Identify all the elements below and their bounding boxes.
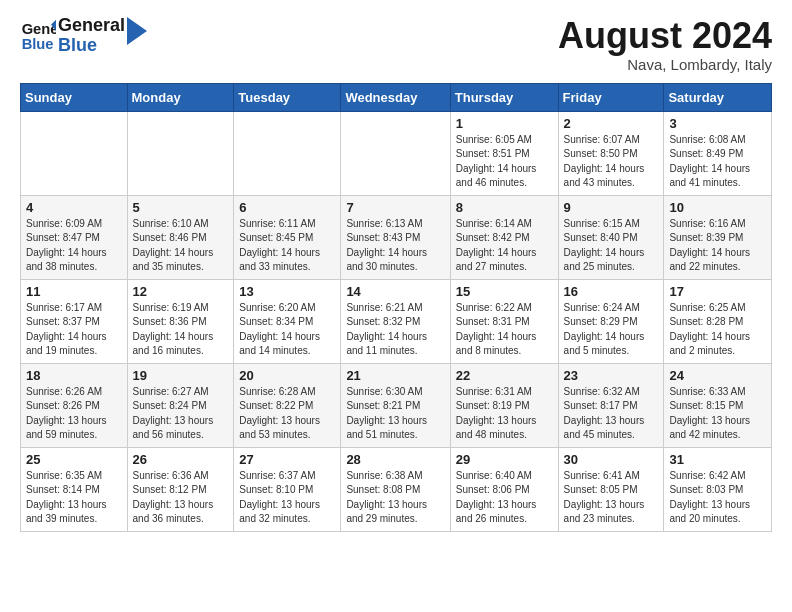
day-number: 16 [564, 284, 659, 299]
day-number: 3 [669, 116, 766, 131]
calendar-cell: 16Sunrise: 6:24 AM Sunset: 8:29 PM Dayli… [558, 279, 664, 363]
day-number: 20 [239, 368, 335, 383]
calendar-week-4: 18Sunrise: 6:26 AM Sunset: 8:26 PM Dayli… [21, 363, 772, 447]
day-info: Sunrise: 6:42 AM Sunset: 8:03 PM Dayligh… [669, 469, 766, 527]
calendar-cell: 23Sunrise: 6:32 AM Sunset: 8:17 PM Dayli… [558, 363, 664, 447]
calendar-cell [21, 111, 128, 195]
calendar-cell: 1Sunrise: 6:05 AM Sunset: 8:51 PM Daylig… [450, 111, 558, 195]
calendar-cell [234, 111, 341, 195]
day-number: 23 [564, 368, 659, 383]
day-number: 26 [133, 452, 229, 467]
page: General Blue General Blue August 2024 Na… [0, 0, 792, 548]
day-info: Sunrise: 6:14 AM Sunset: 8:42 PM Dayligh… [456, 217, 553, 275]
location: Nava, Lombardy, Italy [558, 56, 772, 73]
day-info: Sunrise: 6:30 AM Sunset: 8:21 PM Dayligh… [346, 385, 444, 443]
weekday-header-wednesday: Wednesday [341, 83, 450, 111]
calendar-cell [127, 111, 234, 195]
day-info: Sunrise: 6:20 AM Sunset: 8:34 PM Dayligh… [239, 301, 335, 359]
day-number: 24 [669, 368, 766, 383]
day-info: Sunrise: 6:09 AM Sunset: 8:47 PM Dayligh… [26, 217, 122, 275]
calendar-cell: 28Sunrise: 6:38 AM Sunset: 8:08 PM Dayli… [341, 447, 450, 531]
day-info: Sunrise: 6:16 AM Sunset: 8:39 PM Dayligh… [669, 217, 766, 275]
day-info: Sunrise: 6:26 AM Sunset: 8:26 PM Dayligh… [26, 385, 122, 443]
calendar-cell: 30Sunrise: 6:41 AM Sunset: 8:05 PM Dayli… [558, 447, 664, 531]
calendar-table: SundayMondayTuesdayWednesdayThursdayFrid… [20, 83, 772, 532]
header: General Blue General Blue August 2024 Na… [20, 16, 772, 73]
calendar-cell: 26Sunrise: 6:36 AM Sunset: 8:12 PM Dayli… [127, 447, 234, 531]
calendar-cell: 11Sunrise: 6:17 AM Sunset: 8:37 PM Dayli… [21, 279, 128, 363]
day-info: Sunrise: 6:40 AM Sunset: 8:06 PM Dayligh… [456, 469, 553, 527]
day-number: 22 [456, 368, 553, 383]
day-number: 12 [133, 284, 229, 299]
day-info: Sunrise: 6:41 AM Sunset: 8:05 PM Dayligh… [564, 469, 659, 527]
calendar-cell: 3Sunrise: 6:08 AM Sunset: 8:49 PM Daylig… [664, 111, 772, 195]
day-info: Sunrise: 6:24 AM Sunset: 8:29 PM Dayligh… [564, 301, 659, 359]
calendar-cell: 14Sunrise: 6:21 AM Sunset: 8:32 PM Dayli… [341, 279, 450, 363]
logo-blue: Blue [58, 36, 125, 56]
day-info: Sunrise: 6:13 AM Sunset: 8:43 PM Dayligh… [346, 217, 444, 275]
day-info: Sunrise: 6:11 AM Sunset: 8:45 PM Dayligh… [239, 217, 335, 275]
calendar-cell: 27Sunrise: 6:37 AM Sunset: 8:10 PM Dayli… [234, 447, 341, 531]
day-number: 5 [133, 200, 229, 215]
day-number: 13 [239, 284, 335, 299]
day-info: Sunrise: 6:17 AM Sunset: 8:37 PM Dayligh… [26, 301, 122, 359]
calendar-week-2: 4Sunrise: 6:09 AM Sunset: 8:47 PM Daylig… [21, 195, 772, 279]
day-number: 28 [346, 452, 444, 467]
day-info: Sunrise: 6:33 AM Sunset: 8:15 PM Dayligh… [669, 385, 766, 443]
calendar-cell: 4Sunrise: 6:09 AM Sunset: 8:47 PM Daylig… [21, 195, 128, 279]
month-title: August 2024 [558, 16, 772, 56]
day-number: 6 [239, 200, 335, 215]
calendar-cell: 2Sunrise: 6:07 AM Sunset: 8:50 PM Daylig… [558, 111, 664, 195]
logo: General Blue General Blue [20, 16, 147, 56]
day-info: Sunrise: 6:15 AM Sunset: 8:40 PM Dayligh… [564, 217, 659, 275]
calendar-cell: 15Sunrise: 6:22 AM Sunset: 8:31 PM Dayli… [450, 279, 558, 363]
day-number: 25 [26, 452, 122, 467]
day-number: 10 [669, 200, 766, 215]
calendar-cell: 9Sunrise: 6:15 AM Sunset: 8:40 PM Daylig… [558, 195, 664, 279]
day-number: 17 [669, 284, 766, 299]
calendar-cell: 12Sunrise: 6:19 AM Sunset: 8:36 PM Dayli… [127, 279, 234, 363]
calendar-cell: 20Sunrise: 6:28 AM Sunset: 8:22 PM Dayli… [234, 363, 341, 447]
weekday-header-sunday: Sunday [21, 83, 128, 111]
calendar-week-5: 25Sunrise: 6:35 AM Sunset: 8:14 PM Dayli… [21, 447, 772, 531]
calendar-cell: 31Sunrise: 6:42 AM Sunset: 8:03 PM Dayli… [664, 447, 772, 531]
day-number: 27 [239, 452, 335, 467]
day-info: Sunrise: 6:22 AM Sunset: 8:31 PM Dayligh… [456, 301, 553, 359]
logo-general: General [58, 16, 125, 36]
day-info: Sunrise: 6:19 AM Sunset: 8:36 PM Dayligh… [133, 301, 229, 359]
day-number: 4 [26, 200, 122, 215]
calendar-cell: 18Sunrise: 6:26 AM Sunset: 8:26 PM Dayli… [21, 363, 128, 447]
day-number: 19 [133, 368, 229, 383]
calendar-cell: 5Sunrise: 6:10 AM Sunset: 8:46 PM Daylig… [127, 195, 234, 279]
calendar-cell: 6Sunrise: 6:11 AM Sunset: 8:45 PM Daylig… [234, 195, 341, 279]
weekday-header-row: SundayMondayTuesdayWednesdayThursdayFrid… [21, 83, 772, 111]
weekday-header-thursday: Thursday [450, 83, 558, 111]
day-number: 11 [26, 284, 122, 299]
calendar-cell: 8Sunrise: 6:14 AM Sunset: 8:42 PM Daylig… [450, 195, 558, 279]
day-number: 21 [346, 368, 444, 383]
calendar-cell: 21Sunrise: 6:30 AM Sunset: 8:21 PM Dayli… [341, 363, 450, 447]
day-info: Sunrise: 6:36 AM Sunset: 8:12 PM Dayligh… [133, 469, 229, 527]
svg-marker-3 [127, 17, 147, 45]
day-info: Sunrise: 6:07 AM Sunset: 8:50 PM Dayligh… [564, 133, 659, 191]
calendar-cell: 24Sunrise: 6:33 AM Sunset: 8:15 PM Dayli… [664, 363, 772, 447]
day-info: Sunrise: 6:05 AM Sunset: 8:51 PM Dayligh… [456, 133, 553, 191]
calendar-cell: 25Sunrise: 6:35 AM Sunset: 8:14 PM Dayli… [21, 447, 128, 531]
weekday-header-monday: Monday [127, 83, 234, 111]
svg-text:General: General [22, 21, 56, 37]
day-number: 1 [456, 116, 553, 131]
day-number: 7 [346, 200, 444, 215]
day-info: Sunrise: 6:38 AM Sunset: 8:08 PM Dayligh… [346, 469, 444, 527]
calendar-cell: 10Sunrise: 6:16 AM Sunset: 8:39 PM Dayli… [664, 195, 772, 279]
day-info: Sunrise: 6:35 AM Sunset: 8:14 PM Dayligh… [26, 469, 122, 527]
day-number: 15 [456, 284, 553, 299]
day-info: Sunrise: 6:08 AM Sunset: 8:49 PM Dayligh… [669, 133, 766, 191]
title-block: August 2024 Nava, Lombardy, Italy [558, 16, 772, 73]
logo-arrow-icon [127, 17, 147, 45]
day-number: 14 [346, 284, 444, 299]
weekday-header-saturday: Saturday [664, 83, 772, 111]
day-number: 18 [26, 368, 122, 383]
calendar-cell [341, 111, 450, 195]
day-number: 30 [564, 452, 659, 467]
calendar-cell: 13Sunrise: 6:20 AM Sunset: 8:34 PM Dayli… [234, 279, 341, 363]
